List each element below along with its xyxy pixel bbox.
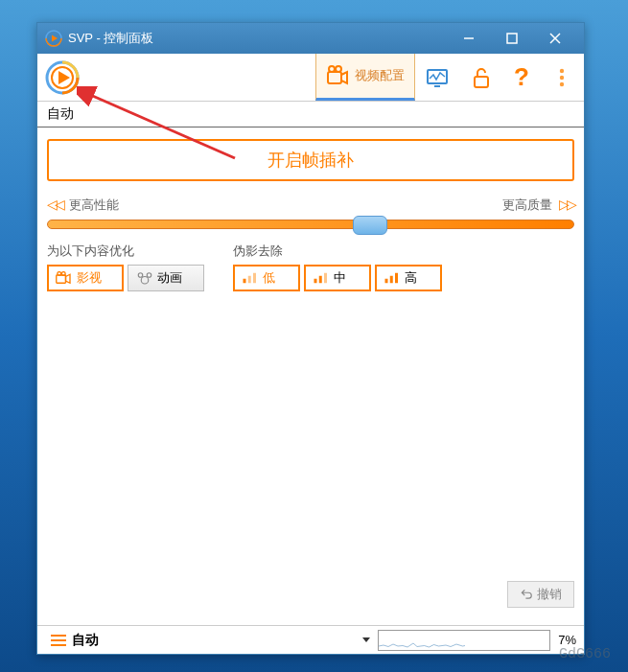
question-icon: ? xyxy=(514,62,529,92)
arrow-right-icon: ▷▷ xyxy=(559,197,574,212)
svg-point-22 xyxy=(61,272,65,276)
film-camera-icon xyxy=(56,271,73,285)
svg-rect-33 xyxy=(385,279,388,284)
optimize-option-anime[interactable]: 动画 xyxy=(128,265,204,291)
app-icon xyxy=(45,30,62,47)
status-profile-menu[interactable]: 自动 xyxy=(45,629,105,652)
tab-video-config-label: 视频配置 xyxy=(355,67,405,84)
svg-point-25 xyxy=(138,273,143,278)
artifact-option-high[interactable]: 高 xyxy=(375,265,442,291)
artifact-option-medium[interactable]: 中 xyxy=(304,265,371,291)
slider-thumb[interactable] xyxy=(353,216,387,235)
profile-selector[interactable]: 自动 xyxy=(37,102,584,127)
titlebar: SVP - 控制面板 xyxy=(37,23,584,54)
svg-rect-32 xyxy=(324,273,327,284)
graph-line-icon xyxy=(379,638,465,648)
undo-button[interactable]: 撤销 xyxy=(507,581,574,608)
svg-marker-13 xyxy=(341,72,347,83)
tab-monitor[interactable] xyxy=(415,54,459,101)
close-icon xyxy=(549,33,561,44)
svg-rect-35 xyxy=(395,273,398,284)
svg-rect-34 xyxy=(390,276,393,284)
svg-rect-31 xyxy=(319,276,322,284)
svg-point-11 xyxy=(329,66,335,72)
more-vertical-icon xyxy=(550,66,573,89)
maximize-icon xyxy=(506,33,518,44)
window-title: SVP - 控制面板 xyxy=(68,30,447,47)
maximize-button[interactable] xyxy=(490,23,533,54)
svg-rect-4 xyxy=(507,34,517,43)
artifact-option-label: 低 xyxy=(263,269,275,287)
main-content: 开启帧插补 ◁◁ 更高性能 更高质量 ▷▷ 为以下内容优化 xyxy=(37,127,584,625)
toolbar: 视频配置 ? xyxy=(37,54,584,102)
svg-rect-16 xyxy=(475,77,488,87)
app-window: SVP - 控制面板 xyxy=(36,22,585,655)
optimize-group: 为以下内容优化 影视 xyxy=(47,243,204,291)
tab-help[interactable]: ? xyxy=(503,54,540,101)
artifact-title: 伪影去除 xyxy=(233,243,442,260)
svg-rect-30 xyxy=(314,279,317,284)
logo-menu-button[interactable] xyxy=(45,54,97,101)
optimize-option-film[interactable]: 影视 xyxy=(47,265,124,291)
svg-rect-20 xyxy=(57,275,66,283)
svg-point-17 xyxy=(560,68,564,72)
close-button[interactable] xyxy=(533,23,576,54)
profile-current-label: 自动 xyxy=(47,105,74,121)
toggle-frame-interpolation-button[interactable]: 开启帧插补 xyxy=(47,139,574,181)
hamburger-icon xyxy=(51,635,66,646)
svg-rect-28 xyxy=(248,276,251,284)
svg-point-12 xyxy=(336,66,341,72)
undo-label: 撤销 xyxy=(537,586,562,603)
undo-row: 撤销 xyxy=(47,575,574,614)
artifact-option-low[interactable]: 低 xyxy=(233,265,300,291)
minimize-button[interactable] xyxy=(447,23,490,54)
monitor-icon xyxy=(426,66,449,89)
artifact-group: 伪影去除 低 xyxy=(233,243,442,291)
quality-slider[interactable] xyxy=(47,220,574,229)
performance-graph xyxy=(378,630,550,651)
optimize-title: 为以下内容优化 xyxy=(47,243,204,260)
slider-right-label: 更高质量 xyxy=(502,197,552,212)
optimize-option-label: 动画 xyxy=(157,269,182,287)
svg-marker-23 xyxy=(66,274,71,283)
svg-point-19 xyxy=(560,81,564,85)
cpu-percent: 7% xyxy=(558,633,576,647)
svg-point-21 xyxy=(58,272,61,276)
minimize-icon xyxy=(463,33,475,44)
status-profile-label: 自动 xyxy=(72,632,99,649)
svg-rect-27 xyxy=(244,279,246,284)
options-row: 为以下内容优化 影视 xyxy=(47,243,574,291)
artifact-option-label: 中 xyxy=(334,269,346,287)
optimize-option-label: 影视 xyxy=(77,269,102,287)
quality-slider-section: ◁◁ 更高性能 更高质量 ▷▷ xyxy=(47,197,574,229)
tab-video-config[interactable]: 视频配置 xyxy=(315,54,415,101)
svg-point-18 xyxy=(560,75,564,79)
arrow-left-icon: ◁◁ xyxy=(47,197,62,212)
slider-left-label: 更高性能 xyxy=(69,197,119,212)
bars-medium-icon xyxy=(313,271,330,285)
tab-more[interactable] xyxy=(540,54,584,101)
bars-high-icon xyxy=(384,271,401,285)
toggle-button-label: 开启帧插补 xyxy=(267,151,354,170)
mouse-head-icon xyxy=(136,271,153,285)
svg-marker-2 xyxy=(52,35,58,42)
svg-rect-29 xyxy=(253,273,256,284)
artifact-option-label: 高 xyxy=(405,269,417,287)
camera-icon xyxy=(326,64,349,87)
window-controls xyxy=(447,23,576,54)
tab-lock[interactable] xyxy=(459,54,503,101)
chevron-down-icon[interactable] xyxy=(362,637,370,642)
slider-labels: ◁◁ 更高性能 更高质量 ▷▷ xyxy=(47,197,574,214)
svg-point-24 xyxy=(141,277,149,285)
svg-rect-10 xyxy=(328,72,341,83)
lock-icon xyxy=(470,66,493,89)
bars-low-icon xyxy=(242,271,259,285)
statusbar: 自动 7% xyxy=(37,625,584,654)
svg-point-26 xyxy=(147,273,151,278)
chevron-down-icon xyxy=(81,90,89,95)
undo-icon xyxy=(520,588,533,601)
svg-marker-9 xyxy=(58,71,70,84)
logo-icon xyxy=(45,60,80,95)
